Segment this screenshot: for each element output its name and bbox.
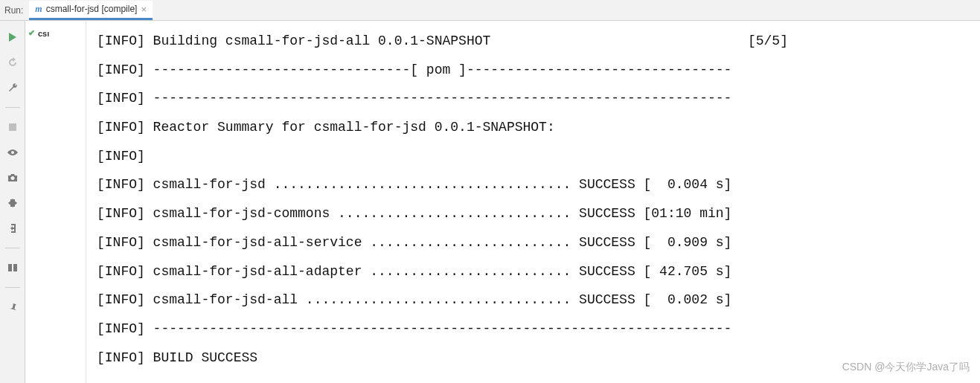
console-line: [INFO] --------------------------------[… <box>97 56 970 85</box>
toolbar-separator <box>5 287 20 288</box>
close-icon[interactable]: × <box>141 4 147 15</box>
console-line: [INFO] csmall-for-jsd-all-adapter ......… <box>97 257 970 286</box>
console-output[interactable]: [INFO] Building csmall-for-jsd-all 0.0.1… <box>86 21 980 383</box>
wrench-icon[interactable] <box>5 80 20 95</box>
run-tab-label: csmall-for-jsd [compile] <box>46 4 138 14</box>
console-line: [INFO] <box>97 142 970 171</box>
run-tab[interactable]: m csmall-for-jsd [compile] × <box>29 1 153 20</box>
tree-item[interactable]: ✔ csı <box>25 27 86 39</box>
svg-rect-2 <box>8 264 12 271</box>
console-line: [INFO] BUILD SUCCESS <box>97 344 970 373</box>
run-icon[interactable] <box>5 30 20 45</box>
run-toolbar <box>0 21 25 383</box>
console-line: [INFO] csmall-for-jsd ..................… <box>97 170 970 199</box>
svg-rect-1 <box>9 123 16 131</box>
bug-icon[interactable] <box>5 196 20 210</box>
run-panel-header: Run: m csmall-for-jsd [compile] × <box>0 0 980 21</box>
run-tree: ✔ csı <box>25 21 86 383</box>
console-line: [INFO] Building csmall-for-jsd-all 0.0.1… <box>97 27 970 56</box>
console-line: [INFO] ---------------------------------… <box>97 315 970 344</box>
exit-icon[interactable] <box>5 221 20 236</box>
rerun-icon[interactable] <box>5 55 20 70</box>
eye-icon[interactable] <box>5 145 20 160</box>
camera-icon[interactable] <box>5 170 20 185</box>
run-label: Run: <box>4 5 29 16</box>
maven-icon: m <box>35 4 42 15</box>
layout-icon[interactable] <box>5 260 20 275</box>
console-line: [INFO] csmall-for-jsd-all ..............… <box>97 286 970 315</box>
console-line: [INFO] ---------------------------------… <box>97 84 970 113</box>
toolbar-separator <box>5 248 20 248</box>
toolbar-separator <box>5 107 20 108</box>
console-line: [INFO] csmall-for-jsd-all-service ......… <box>97 228 970 257</box>
svg-rect-3 <box>13 264 17 271</box>
console-line: [INFO] Reactor Summary for csmall-for-js… <box>97 113 970 142</box>
success-icon: ✔ <box>28 28 35 38</box>
tree-item-label: csı <box>38 29 49 38</box>
pin-icon[interactable] <box>5 300 20 315</box>
console-line: [INFO] csmall-for-jsd-commons ..........… <box>97 199 970 228</box>
stop-icon[interactable] <box>5 120 20 135</box>
run-body: ✔ csı [INFO] Building csmall-for-jsd-all… <box>0 21 980 383</box>
svg-marker-0 <box>9 33 16 42</box>
